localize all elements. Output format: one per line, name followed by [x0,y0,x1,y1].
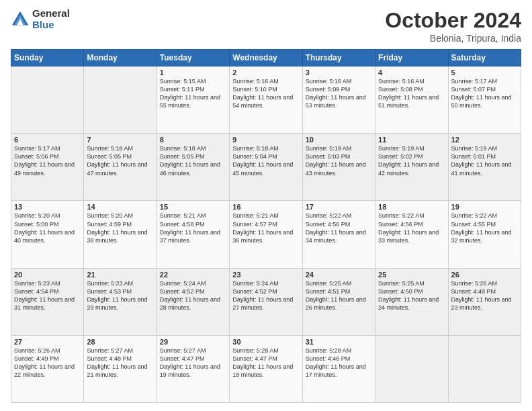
cell-info: Sunrise: 5:18 AMSunset: 5:04 PMDaylight:… [232,144,299,177]
calendar-table: SundayMondayTuesdayWednesdayThursdayFrid… [11,49,521,403]
calendar-cell: 6Sunrise: 5:17 AMSunset: 5:06 PMDaylight… [11,134,84,201]
calendar-cell: 3Sunrise: 5:16 AMSunset: 5:09 PMDaylight… [302,66,375,134]
day-number: 24 [306,271,372,279]
day-number: 31 [306,338,372,346]
cell-info: Sunrise: 5:19 AMSunset: 5:01 PMDaylight:… [451,144,518,177]
day-number: 27 [14,338,81,346]
calendar-cell: 16Sunrise: 5:21 AMSunset: 4:57 PMDayligh… [230,201,302,268]
calendar-week-row: 13Sunrise: 5:20 AMSunset: 5:00 PMDayligh… [11,201,521,268]
day-number: 29 [160,338,226,346]
day-number: 20 [14,271,81,279]
calendar-header-row: SundayMondayTuesdayWednesdayThursdayFrid… [11,50,521,66]
page: General Blue October 2024 Belonia, Tripu… [0,0,532,411]
calendar-cell: 17Sunrise: 5:22 AMSunset: 4:56 PMDayligh… [302,201,375,268]
calendar-cell: 19Sunrise: 5:22 AMSunset: 4:55 PMDayligh… [448,201,521,268]
calendar-cell: 10Sunrise: 5:19 AMSunset: 5:03 PMDayligh… [302,134,375,201]
logo-general-text: General [32,8,70,19]
calendar-cell: 2Sunrise: 5:16 AMSunset: 5:10 PMDaylight… [230,66,302,134]
calendar-week-row: 27Sunrise: 5:26 AMSunset: 4:49 PMDayligh… [11,335,521,402]
cell-info: Sunrise: 5:17 AMSunset: 5:07 PMDaylight:… [451,77,518,110]
calendar-cell: 31Sunrise: 5:28 AMSunset: 4:46 PMDayligh… [302,335,375,402]
day-number: 17 [306,203,372,211]
calendar-week-row: 20Sunrise: 5:23 AMSunset: 4:54 PMDayligh… [11,268,521,335]
cell-info: Sunrise: 5:28 AMSunset: 4:46 PMDaylight:… [306,347,372,379]
cell-info: Sunrise: 5:23 AMSunset: 4:54 PMDaylight:… [14,279,81,312]
day-number: 9 [232,136,299,144]
cell-info: Sunrise: 5:24 AMSunset: 4:52 PMDaylight:… [160,279,226,312]
header-day-sunday: Sunday [11,50,84,66]
cell-info: Sunrise: 5:18 AMSunset: 5:05 PMDaylight:… [87,144,153,177]
calendar-cell [448,335,521,402]
day-number: 15 [160,203,226,211]
calendar-cell: 21Sunrise: 5:23 AMSunset: 4:53 PMDayligh… [84,268,157,335]
calendar-week-row: 6Sunrise: 5:17 AMSunset: 5:06 PMDaylight… [11,134,521,201]
day-number: 10 [306,136,372,144]
cell-info: Sunrise: 5:28 AMSunset: 4:47 PMDaylight:… [232,347,299,379]
day-number: 2 [232,68,299,77]
cell-info: Sunrise: 5:17 AMSunset: 5:06 PMDaylight:… [14,144,81,177]
cell-info: Sunrise: 5:22 AMSunset: 4:55 PMDaylight:… [451,212,518,244]
day-number: 26 [451,271,518,279]
header-day-saturday: Saturday [448,50,521,66]
day-number: 30 [232,338,299,346]
calendar-cell [84,66,157,134]
cell-info: Sunrise: 5:16 AMSunset: 5:10 PMDaylight:… [232,77,299,110]
cell-info: Sunrise: 5:15 AMSunset: 5:11 PMDaylight:… [160,77,226,110]
cell-info: Sunrise: 5:26 AMSunset: 4:49 PMDaylight:… [14,347,81,379]
day-number: 16 [232,203,299,211]
calendar-cell: 30Sunrise: 5:28 AMSunset: 4:47 PMDayligh… [230,335,302,402]
cell-info: Sunrise: 5:18 AMSunset: 5:05 PMDaylight:… [160,144,226,177]
cell-info: Sunrise: 5:26 AMSunset: 4:49 PMDaylight:… [451,279,518,312]
calendar-cell: 9Sunrise: 5:18 AMSunset: 5:04 PMDaylight… [230,134,302,201]
calendar-cell: 14Sunrise: 5:20 AMSunset: 4:59 PMDayligh… [84,201,157,268]
header: General Blue October 2024 Belonia, Tripu… [11,8,521,44]
calendar-cell: 29Sunrise: 5:27 AMSunset: 4:47 PMDayligh… [157,335,229,402]
calendar-cell: 5Sunrise: 5:17 AMSunset: 5:07 PMDaylight… [448,66,521,134]
calendar-cell: 13Sunrise: 5:20 AMSunset: 5:00 PMDayligh… [11,201,84,268]
logo: General Blue [11,8,70,30]
calendar-cell [375,335,448,402]
calendar-cell: 26Sunrise: 5:26 AMSunset: 4:49 PMDayligh… [448,268,521,335]
cell-info: Sunrise: 5:21 AMSunset: 4:58 PMDaylight:… [160,212,226,244]
calendar-cell: 15Sunrise: 5:21 AMSunset: 4:58 PMDayligh… [157,201,229,268]
calendar-cell: 4Sunrise: 5:16 AMSunset: 5:08 PMDaylight… [375,66,448,134]
day-number: 3 [306,68,372,77]
cell-info: Sunrise: 5:19 AMSunset: 5:03 PMDaylight:… [306,144,372,177]
header-day-friday: Friday [375,50,448,66]
logo-text: General Blue [32,8,70,30]
calendar-cell: 28Sunrise: 5:27 AMSunset: 4:48 PMDayligh… [84,335,157,402]
header-day-monday: Monday [84,50,157,66]
calendar-cell: 22Sunrise: 5:24 AMSunset: 4:52 PMDayligh… [157,268,229,335]
calendar-cell: 7Sunrise: 5:18 AMSunset: 5:05 PMDaylight… [84,134,157,201]
day-number: 8 [160,136,226,144]
cell-info: Sunrise: 5:27 AMSunset: 4:48 PMDaylight:… [87,347,153,379]
day-number: 11 [378,136,445,144]
calendar-cell: 27Sunrise: 5:26 AMSunset: 4:49 PMDayligh… [11,335,84,402]
day-number: 7 [87,136,153,144]
cell-info: Sunrise: 5:16 AMSunset: 5:09 PMDaylight:… [306,77,372,110]
cell-info: Sunrise: 5:25 AMSunset: 4:51 PMDaylight:… [306,279,372,312]
header-day-tuesday: Tuesday [157,50,229,66]
calendar-cell: 1Sunrise: 5:15 AMSunset: 5:11 PMDaylight… [157,66,229,134]
day-number: 1 [160,68,226,77]
day-number: 14 [87,203,153,211]
calendar-cell: 24Sunrise: 5:25 AMSunset: 4:51 PMDayligh… [302,268,375,335]
logo-icon [11,10,30,29]
day-number: 13 [14,203,81,211]
cell-info: Sunrise: 5:27 AMSunset: 4:47 PMDaylight:… [160,347,226,379]
day-number: 23 [232,271,299,279]
day-number: 5 [451,68,518,77]
calendar-cell: 18Sunrise: 5:22 AMSunset: 4:56 PMDayligh… [375,201,448,268]
cell-info: Sunrise: 5:25 AMSunset: 4:50 PMDaylight:… [378,279,445,312]
title-block: October 2024 Belonia, Tripura, India [385,8,521,44]
cell-info: Sunrise: 5:23 AMSunset: 4:53 PMDaylight:… [87,279,153,312]
day-number: 6 [14,136,81,144]
cell-info: Sunrise: 5:16 AMSunset: 5:08 PMDaylight:… [378,77,445,110]
day-number: 22 [160,271,226,279]
calendar-cell: 12Sunrise: 5:19 AMSunset: 5:01 PMDayligh… [448,134,521,201]
cell-info: Sunrise: 5:20 AMSunset: 4:59 PMDaylight:… [87,212,153,244]
day-number: 25 [378,271,445,279]
calendar-cell: 11Sunrise: 5:19 AMSunset: 5:02 PMDayligh… [375,134,448,201]
cell-info: Sunrise: 5:20 AMSunset: 5:00 PMDaylight:… [14,212,81,244]
cell-info: Sunrise: 5:21 AMSunset: 4:57 PMDaylight:… [232,212,299,244]
